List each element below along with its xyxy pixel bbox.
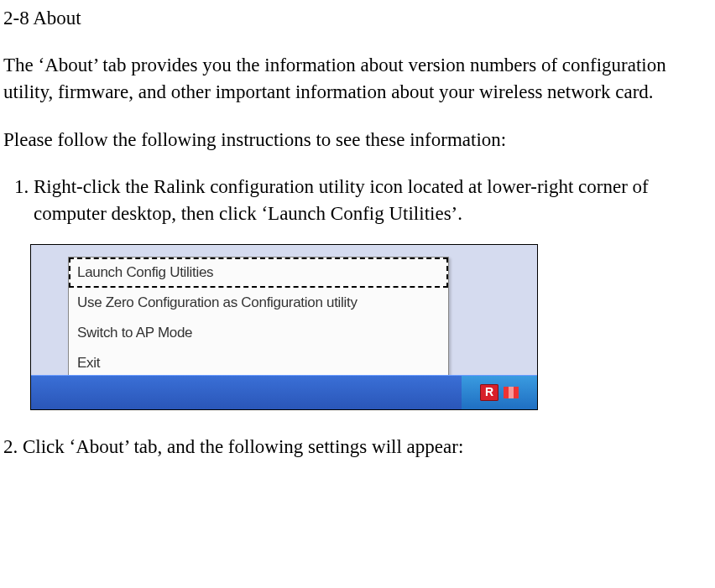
section-heading-text: 2-8 About bbox=[3, 8, 81, 29]
menu-item-launch-config[interactable]: Launch Config Utilities bbox=[69, 258, 448, 288]
ralink-tray-icon[interactable]: R bbox=[480, 384, 498, 401]
menu-item-label: Switch to AP Mode bbox=[77, 325, 192, 341]
step-1-number: 1. bbox=[14, 176, 29, 197]
instruction-lead: Please follow the following instructions… bbox=[3, 127, 712, 154]
menu-item-exit[interactable]: Exit bbox=[69, 348, 448, 378]
menu-item-label: Launch Config Utilities bbox=[77, 264, 213, 280]
system-tray: R bbox=[462, 376, 537, 409]
context-menu: Launch Config Utilities Use Zero Configu… bbox=[68, 257, 449, 378]
intro-paragraph: The ‘About’ tab provides you the informa… bbox=[3, 52, 712, 106]
step-1: 1. Right-click the Ralink configuration … bbox=[3, 174, 712, 227]
menu-item-label: Use Zero Configuration as Configuration … bbox=[77, 294, 358, 310]
windows-taskbar: R bbox=[31, 375, 537, 409]
menu-item-switch-ap-mode[interactable]: Switch to AP Mode bbox=[69, 318, 448, 348]
menu-item-label: Exit bbox=[77, 355, 100, 371]
flag-tray-icon[interactable] bbox=[504, 387, 519, 398]
step-1-text: Right-click the Ralink configuration uti… bbox=[34, 176, 649, 224]
tray-screenshot: Launch Config Utilities Use Zero Configu… bbox=[30, 244, 538, 410]
menu-item-use-zero-config[interactable]: Use Zero Configuration as Configuration … bbox=[69, 288, 448, 318]
step-2-text: 2. Click ‘About’ tab, and the following … bbox=[3, 436, 463, 457]
intro-paragraph-text: The ‘About’ tab provides you the informa… bbox=[3, 55, 666, 102]
section-heading: 2-8 About bbox=[3, 5, 712, 32]
step-2: 2. Click ‘About’ tab, and the following … bbox=[3, 434, 712, 461]
instruction-lead-text: Please follow the following instructions… bbox=[3, 129, 506, 150]
